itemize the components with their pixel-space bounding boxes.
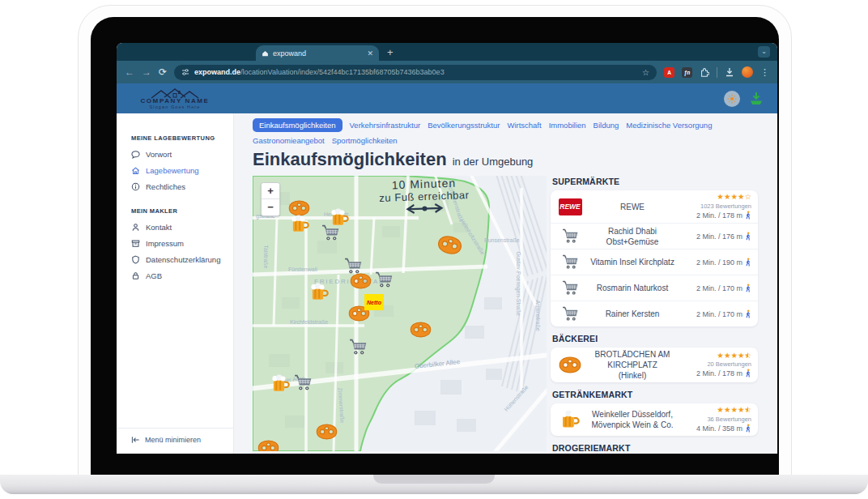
walking-person-icon (745, 369, 751, 378)
bookmark-star-icon[interactable]: ☆ (642, 68, 649, 77)
section-title-baeckerei: BÄCKEREI (552, 334, 758, 343)
sidebar-item-agb[interactable]: AGB (117, 267, 233, 284)
star-rating: ★★★★☆ (717, 193, 751, 201)
site-settings-icon (181, 68, 189, 76)
star-rating: ★★★★☆★ (717, 406, 751, 414)
nav-immobilien[interactable]: Immobilien (549, 121, 586, 130)
url-bar[interactable]: expowand.de/locationValuation/index/542f… (174, 65, 657, 80)
pretzel-marker-icon[interactable] (410, 322, 432, 338)
sidebar-minimize-button[interactable]: Menü minimieren (117, 428, 233, 454)
sidebar: MEINE LAGEBEWERTUNG Vorwort (117, 113, 234, 454)
map[interactable]: gstraße Herzogstr. Fürstenwall Kirchfeld… (253, 176, 547, 451)
browser-tab[interactable]: expowand ✕ (256, 45, 379, 61)
zoom-in-button[interactable]: + (262, 183, 279, 199)
place-row[interactable]: Rainer Kersten 2 Min. / 170 m (551, 301, 758, 326)
sidebar-item-datenschutz[interactable]: Datenschutzerklärung (117, 251, 233, 267)
category-nav-row2: Gastronomieangebot Sportmöglichkeiten (253, 136, 758, 145)
sidebar-item-kontakt[interactable]: Kontakt (117, 219, 233, 235)
sidebar-item-lagebewertung[interactable]: Lagebewertung (117, 162, 233, 178)
downloads-icon[interactable] (725, 67, 734, 77)
place-name: Vitamin Insel Kirchplatz (585, 257, 680, 267)
sidebar-item-label: Rechtliches (146, 182, 185, 191)
nav-gastronomieangebot[interactable]: Gastronomieangebot (253, 136, 325, 145)
cart-icon (562, 280, 579, 296)
cart-marker-icon[interactable] (375, 271, 394, 288)
section-title-getraenkemarkt: GETRÄNKEMARKT (552, 390, 758, 399)
nav-einkaufsmoeglichkeiten[interactable]: Einkaufsmöglichkeiten (253, 118, 343, 132)
zoom-out-button[interactable]: − (262, 199, 279, 215)
sidebar-item-label: AGB (146, 271, 162, 280)
pretzel-marker-icon[interactable] (288, 200, 310, 216)
cart-marker-icon[interactable] (349, 339, 368, 356)
beer-marker-icon[interactable] (271, 374, 290, 393)
tab-close-icon[interactable]: ✕ (367, 49, 373, 58)
place-row[interactable]: Rachid Dhabi Obst+Gemüse 2 Min. / 176 m (551, 223, 758, 249)
place-name: Rosmarin Naturkost (585, 283, 680, 293)
beer-marker-icon[interactable] (291, 215, 309, 233)
drinks-card: Weinkeller Düsseldorf, Mövenpick Wein & … (551, 403, 758, 436)
new-tab-button[interactable]: + (387, 46, 394, 58)
profile-avatar[interactable] (742, 66, 753, 78)
cart-marker-icon[interactable] (344, 258, 363, 275)
bakery-card: BROTLÄDCHEN AM KIRCHPLATZ (Hinkel) ★★★★☆… (551, 348, 758, 382)
sidebar-section-lagebewertung: MEINE LAGEBEWERTUNG (117, 134, 233, 146)
cart-marker-icon[interactable] (294, 374, 313, 391)
fn-extension-icon[interactable]: ƒn (682, 67, 692, 78)
place-distance: 4 Min. / 358 m (696, 424, 742, 433)
sun-icon (727, 94, 737, 104)
place-name: REWE (585, 202, 680, 212)
nav-bevoelkerungsstruktur[interactable]: Bevölkerungsstruktur (428, 121, 500, 130)
beer-marker-icon[interactable] (310, 283, 329, 301)
sidebar-item-vorwort[interactable]: Vorwort (117, 146, 233, 162)
place-row[interactable]: REWE REWE ★★★★☆ 1023 Bewertungen 2 Min. … (551, 190, 758, 223)
rewe-logo: REWE (559, 198, 582, 215)
app-header: COMPANY NAME Slogan Goes Here (117, 83, 777, 113)
page-subtitle: in der Umgebung (453, 156, 534, 168)
nav-verkehrsinfrastruktur[interactable]: Verkehrsinfrastruktur (350, 121, 421, 130)
download-report-button[interactable] (748, 92, 764, 105)
reload-button[interactable]: ⟳ (159, 67, 167, 77)
browser-toolbar: ← → ⟳ expowand.de/locationValuation/inde… (117, 61, 777, 83)
expowand-app: COMPANY NAME Slogan Goes Here (117, 83, 777, 454)
extensions-puzzle-icon[interactable] (700, 67, 709, 77)
cart-icon (562, 306, 579, 322)
street-label: Fürstenwall (288, 267, 317, 272)
sidebar-item-rechtliches[interactable]: Rechtliches (117, 178, 233, 194)
nav-wirtschaft[interactable]: Wirtschaft (507, 121, 541, 130)
page-title-row: Einkaufsmöglichkeiten in der Umgebung (253, 151, 758, 168)
walking-person-icon (745, 424, 751, 433)
place-name-line2: (Hinkel) (619, 371, 646, 380)
place-row[interactable]: BROTLÄDCHEN AM KIRCHPLATZ (Hinkel) ★★★★☆… (551, 348, 758, 382)
sidebar-section-makler: MEIN MAKLER (117, 207, 233, 219)
pretzel-icon (559, 356, 581, 373)
logo-slogan: Slogan Goes Here (150, 104, 201, 109)
info-icon (131, 182, 140, 191)
toolbar-separator (717, 67, 717, 78)
place-row[interactable]: Rosmarin Naturkost 2 Min. / 170 m (551, 275, 758, 301)
nav-medizinische-versorgung[interactable]: Medizinische Versorgung (626, 121, 712, 130)
pretzel-marker-icon[interactable] (257, 440, 279, 451)
lock-icon (131, 271, 140, 280)
back-button[interactable]: ← (125, 67, 134, 77)
nav-bildung[interactable]: Bildung (594, 121, 619, 130)
netto-marker[interactable]: Netto (364, 294, 384, 310)
main-content: Einkaufsmöglichkeiten Verkehrsinfrastruk… (234, 113, 777, 454)
review-count: 20 Bewertungen (707, 360, 751, 368)
forward-button[interactable]: → (142, 67, 151, 77)
nav-sportmoeglichkeiten[interactable]: Sportmöglichkeiten (332, 136, 398, 145)
map-annotation: 10 Minuten zu Fuß erreichbar (343, 176, 506, 220)
map-zoom-control: + − (261, 182, 280, 216)
logo-title: COMPANY NAME (140, 97, 209, 104)
tab-search-chevron-icon[interactable]: ⌄ (758, 46, 770, 58)
sidebar-item-impressum[interactable]: Impressum (117, 235, 233, 251)
place-row[interactable]: Vitamin Insel Kirchplatz 2 Min. / 190 m (551, 249, 758, 275)
cart-marker-icon[interactable] (321, 224, 340, 241)
browser-menu-icon[interactable]: ⋮ (760, 67, 769, 78)
pretzel-marker-icon[interactable] (316, 424, 338, 440)
pdf-extension-icon[interactable]: A (664, 67, 674, 78)
pretzel-marker-icon[interactable] (350, 273, 372, 289)
laptop-base-notch (373, 475, 495, 484)
walking-person-icon (745, 232, 751, 241)
place-row[interactable]: Weinkeller Düsseldorf, Mövenpick Wein & … (551, 403, 758, 436)
supermarkets-card: REWE REWE ★★★★☆ 1023 Bewertungen 2 Min. … (551, 190, 758, 326)
